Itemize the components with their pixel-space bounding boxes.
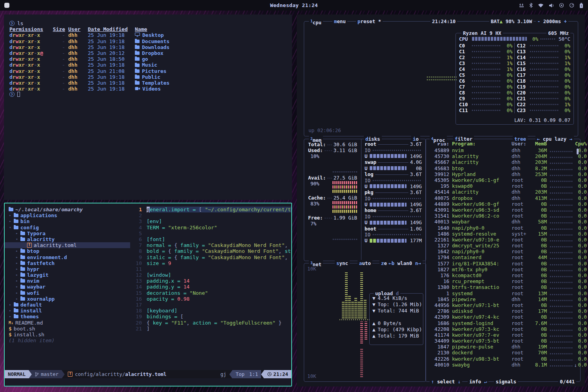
signals-button[interactable]: signals <box>494 379 518 385</box>
tree-item[interactable]: ▸environment.d <box>5 254 130 260</box>
file-tree-pane[interactable]: ~/.local/share/omarchy ▸applications▸bin… <box>5 203 130 370</box>
tree-item[interactable]: ▸hypr <box>5 266 130 272</box>
select-control[interactable]: ↑ select ↓ <box>430 379 462 385</box>
tree-item[interactable]: (1 hidden item) <box>5 338 130 343</box>
process-row[interactable]: 42309kworker/u97:4-kcroot0B0.0 <box>429 314 580 320</box>
process-row[interactable]: 1642napi/phy0-0root0B0.0 <box>429 249 580 254</box>
process-row[interactable]: 34409kworker/u97:5-btroot0B0.0 <box>429 338 580 344</box>
chevron-right-icon[interactable]: ▸ <box>9 308 12 314</box>
tree-item[interactable]: ▸nvim <box>5 278 130 284</box>
tree-item[interactable]: ▸Typora <box>5 230 130 236</box>
process-row[interactable]: 1686systemd-logindroot7.6M0.0 <box>429 320 580 326</box>
process-row[interactable]: 45730alacrittydhh204M0.0 <box>429 153 580 159</box>
chevron-right-icon[interactable]: ▸ <box>15 260 18 266</box>
process-row[interactable]: 45667alacrittydhh203M0.0 <box>429 159 580 165</box>
tree-item[interactable]: ▸default <box>5 302 130 308</box>
chevron-right-icon[interactable]: ▸ <box>15 290 18 296</box>
chevron-right-icon[interactable]: ▸ <box>15 266 18 272</box>
tree-item[interactable]: ▸themes <box>5 314 130 319</box>
tree-item[interactable]: ▸fastfetch <box>5 260 130 266</box>
process-row[interactable]: 31541kworker/u96:2-coroot0B0.0 <box>429 213 580 219</box>
tree-item[interactable]: ▾alacritty <box>5 236 130 242</box>
process-row[interactable]: 45889nvimdhh36M0.0 <box>429 147 580 153</box>
preset-button[interactable]: preset * <box>356 18 383 24</box>
chevron-right-icon[interactable]: ▸ <box>15 254 18 260</box>
chevron-right-icon[interactable]: ▸ <box>15 284 18 290</box>
info-button[interactable]: info ↵ <box>468 379 488 385</box>
process-row[interactable]: 1486systemd-resolvesyst+15M0.0 <box>429 231 580 237</box>
process-row[interactable]: 2130dockerdroot70M0.0 <box>429 350 580 356</box>
net-auto-button[interactable]: auto <box>358 260 372 266</box>
process-row[interactable]: 1794containerdroot44M0.0 <box>429 254 580 260</box>
tree-item[interactable]: $install.sh <box>5 332 130 338</box>
process-row[interactable]: 39912Hyprlanddhh253M0.0 <box>429 171 580 177</box>
scroll-down-indicator[interactable]: ↓ <box>574 362 577 368</box>
sort-column-selector[interactable]: ← cpu lazy → <box>535 136 574 142</box>
tree-toggle-button[interactable]: tree <box>513 136 528 142</box>
process-row[interactable]: 45683btopdhh8.2M0.0 <box>429 165 580 171</box>
tree-item[interactable]: ▸waybar <box>5 284 130 290</box>
chevron-right-icon[interactable]: ▸ <box>9 314 12 319</box>
process-row[interactable]: 1systemdroot13M0.0 <box>429 290 580 296</box>
process-row[interactable]: 1845pipewiredhh14M0.0 <box>429 296 580 302</box>
code-editor-pane[interactable]: 1general.import = [ "~/.config/omarchy/c… <box>130 203 291 370</box>
neovim-window[interactable]: ~/.local/share/omarchy ▸applications▸bin… <box>4 203 292 387</box>
cpu-panel-title[interactable]: 1cpu <box>309 18 323 25</box>
chevron-down-icon[interactable]: ▾ <box>9 225 12 230</box>
filter-button[interactable]: filter <box>453 136 474 142</box>
process-row[interactable]: 40013waybardhh58M0.0 <box>429 219 580 225</box>
menu-button[interactable]: menu <box>332 18 347 24</box>
tree-item[interactable]: ▸wofi <box>5 290 130 296</box>
chevron-right-icon[interactable]: ▸ <box>15 230 18 236</box>
tree-item[interactable]: ▸xournalpp <box>5 296 130 302</box>
tree-item[interactable]: ▸bin <box>5 218 130 224</box>
tree-item[interactable]: ▸applications <box>5 212 130 218</box>
process-name: dockerd <box>452 350 512 356</box>
process-row[interactable]: 22161kworker/u97:10-eroot0B0.0 <box>429 237 580 243</box>
tree-root[interactable]: ~/.local/share/omarchy <box>5 207 130 212</box>
tree-item[interactable]: ▸lazygit <box>5 272 130 278</box>
process-row[interactable]: 43091kworker/u96:3-sdroot0B0.0 <box>429 207 580 213</box>
process-row[interactable]: 42226kworker/u98:3-btroot0B0.0 <box>429 356 580 362</box>
terminal-window-ls[interactable]: ❯ ls Permissions Size User Date Modified… <box>4 15 292 200</box>
tree-item[interactable]: ▾config <box>5 225 130 230</box>
process-row[interactable]: 1640napi/phy0-0root0B0.0 <box>429 225 580 230</box>
process-row[interactable]: 45414alacrittydhh203M0.0 <box>429 189 580 195</box>
chevron-right-icon[interactable]: ▸ <box>15 296 18 302</box>
process-row[interactable]: 16rcu_preemptroot0B0.0 <box>429 278 580 284</box>
net-interface-switcher[interactable]: ←b wlan0 n→ <box>387 260 423 266</box>
chevron-right-icon[interactable]: ▸ <box>9 218 12 224</box>
btop-window[interactable]: 1cpu menu preset * 21:24:10 BAT▲ 98% 3.1… <box>297 15 585 387</box>
process-row[interactable]: 1577irq/81-PIXA3854:root0B0.0 <box>429 261 580 267</box>
chevron-right-icon[interactable]: ▸ <box>15 278 18 284</box>
proc-scrollbar[interactable] <box>577 149 579 154</box>
net-sync-button[interactable]: sync <box>335 260 350 266</box>
process-row[interactable]: 1327dmcrypt_write/25root0B0.0 <box>429 243 580 249</box>
process-row[interactable]: 41174kworker/u97:7-evroot0B0.0 <box>429 332 580 338</box>
chevron-right-icon[interactable]: ▸ <box>15 248 18 254</box>
chevron-right-icon[interactable]: ▸ <box>9 212 12 218</box>
process-row[interactable]: 1827mt76-tx phy0root0B0.0 <box>429 267 580 272</box>
tree-item[interactable]: $boot.sh <box>5 326 130 332</box>
process-cpu-graph <box>550 336 573 337</box>
process-row[interactable]: 1380btrfs-transactioroot0B0.0 <box>429 284 580 290</box>
chevron-down-icon[interactable]: ▾ <box>15 236 18 242</box>
tree-item[interactable]: M↓README.md <box>5 320 130 326</box>
chevron-right-icon[interactable]: ▸ <box>9 302 12 308</box>
tree-item[interactable]: ▸install <box>5 308 130 314</box>
refresh-interval-control[interactable]: - 2000ms + <box>536 18 568 24</box>
process-row[interactable]: 176kcompactd0root0B0.0 <box>429 272 580 278</box>
proc-panel-title[interactable]: 4proc <box>430 136 447 143</box>
tree-item[interactable]: Talacritty.toml <box>5 242 130 248</box>
process-row[interactable]: 45305kworker/u96:1-gfroot0B0.0 <box>429 177 580 183</box>
process-row[interactable]: 40010swaybgdhh8.1M0.0 <box>429 362 580 368</box>
process-row[interactable]: 195kswapd0root0B0.0 <box>429 183 580 189</box>
process-row[interactable]: 1847pipewire-pulsedhh19M0.0 <box>429 344 580 350</box>
process-row[interactable]: 40075dropboxdhh413M0.0 <box>429 195 580 201</box>
process-row[interactable]: 2786udisksdroot17M0.0 <box>429 308 580 314</box>
tree-item[interactable]: ▸btop <box>5 248 130 254</box>
process-row[interactable]: 44889kworker/u96:0-gfroot0B0.0 <box>429 201 580 207</box>
chevron-right-icon[interactable]: ▸ <box>15 272 18 278</box>
process-row[interactable]: 42208kworker/u97:3-kcroot0B0.0 <box>429 326 580 332</box>
process-row[interactable]: 44956kworker/u97:1-btroot0B0.0 <box>429 302 580 308</box>
